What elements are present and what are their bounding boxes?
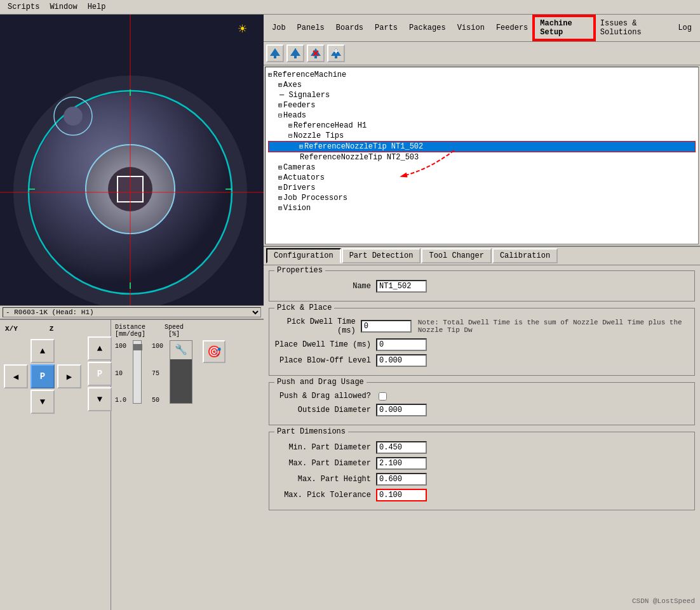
max-pick-tol-row: Max. Pick Tolerance (274, 489, 689, 501)
place-blowoff-label: Place Blow-Off Level (274, 356, 376, 365)
name-field-label: Name (274, 282, 376, 291)
config-tab-calibration[interactable]: Calibration (492, 248, 558, 263)
toolbar-add-plus-btn[interactable] (327, 44, 345, 62)
tree-root: ⊞ ReferenceMachine (268, 70, 696, 80)
jog-right[interactable]: ▶ (57, 364, 81, 388)
main-layout: ☀ - R0603-1K (Head: H1) X/Y Z (0, 15, 700, 610)
max-part-dia-label: Max. Part Diameter (274, 459, 376, 468)
z-label: Z (48, 324, 55, 334)
svg-rect-22 (314, 56, 317, 58)
right-panel: Job Panels Boards Parts Packages Vision … (264, 15, 700, 610)
pick-dwell-row: Pick Dwell Time (ms) Note: Total Dwell T… (274, 317, 689, 335)
top-tabs: Job Panels Boards Parts Packages Vision … (264, 15, 700, 42)
push-drag-allowed-row: Push & Drag allowed? (274, 392, 689, 401)
tree-feeders[interactable]: ⊞ Feeders (268, 100, 696, 110)
tab-machine-setup[interactable]: Machine Setup (534, 16, 595, 40)
push-drag-allowed-label: Push & Drag allowed? (274, 392, 376, 401)
jog-p-z[interactable]: P (88, 362, 112, 386)
max-part-dia-row: Max. Part Diameter (274, 457, 689, 470)
tab-packages[interactable]: Packages (403, 21, 452, 35)
max-pick-tol-input[interactable] (376, 489, 427, 501)
tab-parts[interactable]: Parts (369, 21, 403, 35)
tree-job-processors[interactable]: ⊞ Job Processors (268, 193, 696, 203)
max-part-height-row: Max. Part Height (274, 473, 689, 486)
menu-help[interactable]: Help (83, 1, 111, 13)
pick-place-note: Note: Total Dwell Time is the sum of Noz… (418, 319, 689, 334)
outside-dia-input[interactable] (376, 404, 427, 416)
config-area: Configuration Part Detection Tool Change… (264, 246, 700, 610)
config-tabs: Configuration Part Detection Tool Change… (264, 247, 700, 265)
jog-left[interactable]: ◀ (4, 364, 28, 388)
tab-boards[interactable]: Boards (330, 21, 369, 35)
jog-down[interactable]: ▼ (30, 390, 55, 414)
tree-heads[interactable]: ⊟ Heads (268, 110, 696, 121)
pick-dwell-input[interactable] (361, 320, 412, 333)
max-part-height-input[interactable] (376, 473, 427, 486)
svg-text:☀: ☀ (238, 22, 246, 38)
tab-log[interactable]: Log (672, 21, 697, 35)
config-tab-configuration[interactable]: Configuration (266, 248, 341, 263)
tree-drivers[interactable]: ⊞ Drivers (268, 183, 696, 193)
machine-tree: ⊞ ReferenceMachine ⊞ Axes — Signalers ⊞ … (265, 67, 699, 244)
machine-setup-toolbar (264, 42, 700, 65)
push-drag-checkbox[interactable] (379, 392, 387, 401)
config-tab-part-detection[interactable]: Part Detection (342, 248, 421, 263)
watermark: CSDN @LostSpeed (632, 597, 695, 605)
jog-z-down[interactable]: ▼ (88, 387, 112, 411)
toolbar-move-btn[interactable] (286, 44, 304, 62)
jog-p-xy[interactable]: P (30, 364, 55, 388)
tree-ref-head-h1[interactable]: ⊞ ReferenceHead H1 (268, 121, 696, 131)
place-blowoff-input[interactable] (376, 354, 427, 367)
config-content: Properties Name Pick & Place Pick Dwell … (264, 265, 700, 610)
bottom-controls: X/Y Z ▲ ◀ P ▶ ▼ (0, 319, 264, 610)
tree-vision[interactable]: ⊞ Vision (268, 203, 696, 213)
menu-window[interactable]: Window (44, 1, 82, 13)
outside-dia-row: Outside Diameter (274, 404, 689, 416)
config-tab-tool-changer[interactable]: Tool Changer (421, 248, 491, 263)
part-dimensions-label: Part Dimensions (274, 427, 348, 436)
jog-z-up[interactable]: ▲ (88, 336, 112, 361)
tree-nt2-503[interactable]: ReferenceNozzleTip NT2_503 (268, 152, 696, 162)
max-pick-tol-label: Max. Pick Tolerance (274, 491, 376, 500)
menu-bar: Scripts Window Help (0, 0, 700, 15)
bottom-bar: - R0603-1K (Head: H1) (0, 305, 264, 319)
max-part-dia-input[interactable] (376, 457, 427, 470)
tab-issues[interactable]: Issues & Solutions (595, 17, 673, 39)
tree-actuators[interactable]: ⊞ Actuators (268, 173, 696, 183)
jog-up[interactable]: ▲ (30, 339, 55, 363)
component-select[interactable]: - R0603-1K (Head: H1) (3, 307, 261, 317)
place-blowoff-row: Place Blow-Off Level (274, 354, 689, 367)
distance-speed-panel: Distance[mm/deg] Speed[%] 100 10 1.0 (111, 320, 264, 610)
svg-marker-16 (270, 48, 280, 56)
tree-nozzle-tips[interactable]: ⊟ Nozzle Tips (268, 131, 696, 141)
properties-label: Properties (274, 266, 325, 275)
name-input[interactable] (376, 280, 427, 293)
svg-point-15 (64, 107, 83, 126)
part-dimensions-section: Part Dimensions Min. Part Diameter Max. … (269, 432, 695, 510)
menu-scripts[interactable]: Scripts (3, 1, 44, 13)
speed-indicator: 🔧 (170, 340, 192, 404)
tree-signalers[interactable]: — Signalers (268, 90, 696, 100)
tab-feeders[interactable]: Feeders (490, 21, 534, 35)
distance-values: 100 10 1.0 (115, 340, 126, 404)
toolbar-delete-btn[interactable] (307, 44, 325, 62)
tab-vision[interactable]: Vision (452, 21, 490, 35)
outside-dia-label: Outside Diameter (274, 406, 376, 414)
place-dwell-row: Place Dwell Time (ms) (274, 338, 689, 351)
toolbar-add-btn[interactable] (266, 44, 284, 62)
min-part-dia-input[interactable] (376, 441, 427, 454)
left-panel: ☀ - R0603-1K (Head: H1) X/Y Z (0, 15, 264, 610)
tab-job[interactable]: Job (266, 21, 292, 35)
camera-target-btn[interactable]: 🎯 (203, 340, 225, 363)
tree-axes[interactable]: ⊞ Axes (268, 80, 696, 90)
distance-header: Distance[mm/deg] (115, 324, 145, 338)
properties-section: Properties Name (269, 270, 695, 302)
tree-nt1-502[interactable]: ⊞ ReferenceNozzleTip NT1_502 (268, 141, 696, 152)
tab-panels[interactable]: Panels (292, 21, 330, 35)
push-drag-label: Push and Drag Usage (274, 378, 367, 387)
tree-cameras[interactable]: ⊞ Cameras (268, 162, 696, 173)
distance-slider[interactable] (133, 340, 142, 404)
max-part-height-label: Max. Part Height (274, 475, 376, 484)
place-dwell-input[interactable] (376, 338, 427, 351)
place-dwell-label: Place Dwell Time (ms) (274, 340, 376, 349)
